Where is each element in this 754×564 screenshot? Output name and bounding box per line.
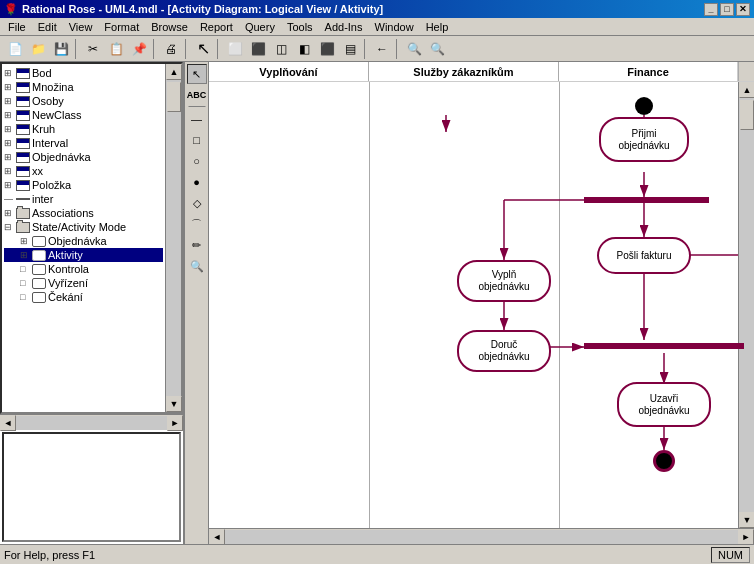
title-bar-left: 🌹 Rational Rose - UML4.mdl - [Activity D…: [4, 3, 383, 16]
tree-item-cekani[interactable]: □ Čekání: [4, 290, 163, 304]
tool-ellipse[interactable]: ○: [187, 151, 207, 171]
state-icon: [32, 278, 46, 289]
tree-item-objednavka2[interactable]: ⊞ Objednávka: [4, 234, 163, 248]
toolbar-btn5[interactable]: ⬛: [316, 38, 338, 60]
diag-scroll-down[interactable]: ▼: [739, 512, 754, 528]
tree-item-stateactivity[interactable]: ⊟ State/Activity Mode: [4, 220, 163, 234]
tree-item-objednavka[interactable]: ⊞ Objednávka: [4, 150, 163, 164]
diag-h-right[interactable]: ►: [738, 529, 754, 545]
tree-item-interval[interactable]: ⊞ Interval: [4, 136, 163, 150]
tree-label: NewClass: [32, 109, 82, 121]
class-icon: [16, 96, 30, 107]
toolbar-new[interactable]: 📄: [4, 38, 26, 60]
toolbar-btn1[interactable]: ⬜: [224, 38, 246, 60]
activity-uzavrit-objednavku[interactable]: Uzavřiobjednávku: [617, 382, 711, 427]
tool-rect[interactable]: □: [187, 130, 207, 150]
minimize-button[interactable]: _: [704, 3, 718, 16]
menu-help[interactable]: Help: [420, 20, 455, 34]
tool-arc[interactable]: ⌒: [187, 214, 207, 234]
diag-scroll-up[interactable]: ▲: [739, 82, 754, 98]
status-bar: For Help, press F1 NUM: [0, 544, 754, 564]
toolbar-zoom-in[interactable]: 🔍: [403, 38, 425, 60]
tree-item-kontrola[interactable]: □ Kontrola: [4, 262, 163, 276]
h-scroll-track: [16, 416, 167, 430]
toolbar-btn3[interactable]: ◫: [270, 38, 292, 60]
toolbar-btn6[interactable]: ▤: [339, 38, 361, 60]
menu-tools[interactable]: Tools: [281, 20, 319, 34]
menu-file[interactable]: File: [2, 20, 32, 34]
diagram-vscrollbar[interactable]: ▲ ▼: [738, 82, 754, 528]
expand-icon: ⊞: [4, 68, 16, 78]
maximize-button[interactable]: □: [720, 3, 734, 16]
activity-doruc-objednavku[interactable]: Doručobjednávku: [457, 330, 551, 372]
state-icon: [32, 264, 46, 275]
menu-addins[interactable]: Add-Ins: [319, 20, 369, 34]
menu-format[interactable]: Format: [98, 20, 145, 34]
menu-view[interactable]: View: [63, 20, 99, 34]
class-icon: [16, 152, 30, 163]
toolbar-copy[interactable]: 📋: [105, 38, 127, 60]
tool-pencil[interactable]: ✏: [187, 235, 207, 255]
tree-item-newclass[interactable]: ⊞ NewClass: [4, 108, 163, 122]
tree-label: Aktivity: [48, 249, 83, 261]
tool-select[interactable]: ↖: [187, 64, 207, 84]
tree-item-kruh[interactable]: ⊞ Kruh: [4, 122, 163, 136]
expand-icon: □: [20, 264, 32, 274]
activity-prijmi-objednavku[interactable]: Přijmiobjednávku: [599, 117, 689, 162]
expand-icon: □: [20, 278, 32, 288]
toolbar-open[interactable]: 📁: [27, 38, 49, 60]
tree-item-mnozina[interactable]: ⊞ Množina: [4, 80, 163, 94]
toolbar-cursor[interactable]: ↖: [192, 38, 214, 60]
toolbar-back[interactable]: ←: [371, 38, 393, 60]
tree-item-associations[interactable]: ⊞ Associations: [4, 206, 163, 220]
tool-text[interactable]: ABC: [187, 85, 207, 105]
activity-posli-fakturu[interactable]: Pošli fakturu: [597, 237, 691, 274]
tree-item-inter[interactable]: — inter: [4, 192, 163, 206]
diagram-canvas[interactable]: Přijmiobjednávku Pošli fakturu Vyplňobje…: [209, 82, 738, 528]
tree-label: inter: [32, 193, 53, 205]
menu-report[interactable]: Report: [194, 20, 239, 34]
diag-h-left[interactable]: ◄: [209, 529, 225, 545]
header-scrollbar-spacer: [738, 62, 754, 81]
tree-item-polozka[interactable]: ⊞ Položka: [4, 178, 163, 192]
toolbar-print[interactable]: 🖨: [160, 38, 182, 60]
toolbar-zoom-out[interactable]: 🔍: [426, 38, 448, 60]
diagram-hscrollbar[interactable]: ◄ ►: [209, 528, 754, 544]
tool-diamond[interactable]: ◇: [187, 193, 207, 213]
tree-label: Vyřízení: [48, 277, 88, 289]
h-scroll-left[interactable]: ◄: [0, 415, 16, 431]
menu-browse[interactable]: Browse: [145, 20, 194, 34]
toolbar-paste[interactable]: 📌: [128, 38, 150, 60]
scroll-down-button[interactable]: ▼: [166, 396, 182, 412]
preview-panel: [2, 432, 181, 542]
swimlane-divider-1: [369, 82, 370, 528]
menu-window[interactable]: Window: [369, 20, 420, 34]
tree-hscrollbar[interactable]: ◄ ►: [0, 414, 183, 430]
close-button[interactable]: ✕: [736, 3, 750, 16]
class-icon: [16, 82, 30, 93]
title-bar-buttons[interactable]: _ □ ✕: [704, 3, 750, 16]
tree-vscrollbar[interactable]: ▲ ▼: [165, 64, 181, 412]
app-icon: 🌹: [4, 3, 18, 16]
tree-item-aktivity[interactable]: ⊞ Aktivity: [4, 248, 163, 262]
tool-line[interactable]: —: [187, 109, 207, 129]
toolbar-save[interactable]: 💾: [50, 38, 72, 60]
toolbar-btn4[interactable]: ◧: [293, 38, 315, 60]
tree-item-osoby[interactable]: ⊞ Osoby: [4, 94, 163, 108]
tree-item-bod[interactable]: ⊞ Bod: [4, 66, 163, 80]
tree-item-xx[interactable]: ⊞ xx: [4, 164, 163, 178]
tool-circle[interactable]: ●: [187, 172, 207, 192]
scroll-up-button[interactable]: ▲: [166, 64, 182, 80]
scroll-thumb[interactable]: [167, 82, 181, 112]
diag-scroll-thumb[interactable]: [740, 100, 754, 130]
menu-query[interactable]: Query: [239, 20, 281, 34]
tree-label: Kontrola: [48, 263, 89, 275]
menu-edit[interactable]: Edit: [32, 20, 63, 34]
activity-vyplnit-objednavku[interactable]: Vyplňobjednávku: [457, 260, 551, 302]
toolbar-cut[interactable]: ✂: [82, 38, 104, 60]
h-scroll-right[interactable]: ►: [167, 415, 183, 431]
tree-label: Interval: [32, 137, 68, 149]
tree-item-vyrizeni[interactable]: □ Vyřízení: [4, 276, 163, 290]
toolbar-btn2[interactable]: ⬛: [247, 38, 269, 60]
tool-zoom[interactable]: 🔍: [187, 256, 207, 276]
